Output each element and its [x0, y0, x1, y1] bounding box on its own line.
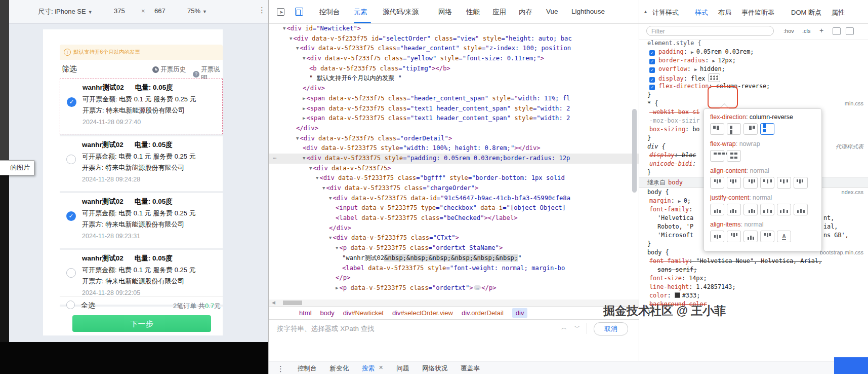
color-swatch[interactable]	[675, 292, 680, 298]
align-items-option-stretch-icon[interactable]	[760, 231, 774, 242]
computed-panel-icon[interactable]	[846, 27, 854, 35]
tab-源代码/来源[interactable]: 源代码/来源	[383, 8, 419, 17]
collapse-arrow-icon[interactable]: ▲	[643, 9, 648, 14]
dom-tree-node[interactable]: ▼<div data-v-5f233f75 class="yellow" sty…	[269, 54, 639, 64]
css-property-line[interactable]: font-family: "Helvetica Neue", Helvetica…	[639, 257, 868, 266]
dom-tree-node[interactable]: </div>	[269, 124, 639, 134]
dom-tree-node[interactable]: ▶<p data-v-5f233f75 class="ordertxt">…</…	[269, 283, 639, 293]
drawer-tab-新变化[interactable]: 新变化	[330, 364, 349, 373]
dom-tree-node[interactable]: ▼<div data-v-5f233f75 class="CTxt">	[269, 233, 639, 243]
flexbox-editor-icon[interactable]	[708, 73, 720, 82]
dom-tree-node[interactable]: ▶<span data-v-5f233f75 class="header_con…	[269, 94, 639, 104]
breadcrumb-item[interactable]: div.orderDetail	[462, 309, 504, 317]
flex-direction-option-column-icon[interactable]	[727, 123, 741, 135]
breadcrumb-item[interactable]: div	[512, 308, 528, 318]
css-property-line[interactable]: ✓border-radius: ▶ 12px;	[639, 56, 868, 65]
checked-circle-icon[interactable]: ✓	[67, 97, 76, 107]
align-content-option-space-between-icon[interactable]	[760, 177, 774, 189]
kebab-menu-icon[interactable]: ⋮	[258, 6, 266, 15]
justify-content-option-flex-end-icon[interactable]	[743, 204, 758, 215]
unchecked-circle-icon[interactable]	[66, 268, 76, 278]
align-content-option-center-icon[interactable]	[710, 177, 724, 189]
dom-tree-node[interactable]: ⋯▼<div data-v-5f233f75 style="padding: 0…	[269, 154, 639, 164]
css-property-line[interactable]: line-height: 1.42857143;	[639, 283, 868, 291]
rule-selector[interactable]: element.style {	[639, 39, 868, 48]
checked-circle-icon[interactable]: ✓	[66, 211, 76, 221]
scrollbar-thumb[interactable]	[283, 301, 302, 305]
dom-tree-node[interactable]: ▼<div data-v-5f233f75>	[269, 164, 639, 174]
breadcrumb-item[interactable]: div#selectOrder.view	[392, 309, 453, 317]
align-items-option-center-icon[interactable]	[710, 231, 724, 242]
drawer-menu-icon[interactable]: ⋮	[277, 364, 284, 373]
dom-tree-node[interactable]: "wanhr测试02&nbsp;&nbsp;&nbsp;&nbsp;&nbsp;…	[269, 253, 639, 264]
justify-content-option-flex-start-icon[interactable]	[727, 204, 741, 215]
scroll-left-arrow-icon[interactable]: ◀	[272, 300, 275, 305]
dom-tree-node[interactable]: " 默认支持开6个月以内的发票 "	[269, 73, 639, 84]
align-content-option-flex-start-icon[interactable]	[727, 177, 741, 189]
dom-tree-node[interactable]: ▼<div data-v-5f233f75 class="chargeOrder…	[269, 183, 639, 194]
css-property-line[interactable]: ✓display: flex	[639, 73, 868, 82]
device-toolbar-toggle-icon[interactable]	[295, 8, 303, 16]
align-content-option-flex-end-icon[interactable]	[743, 177, 758, 189]
css-property-line[interactable]: ✓padding: ▶ 0.05rem 0.03rem;	[639, 48, 868, 56]
left-scrollbar-thumb[interactable]	[0, 0, 9, 175]
dom-tree-node[interactable]: ▼<div data-v-5f233f75 class="bgfff" styl…	[269, 173, 639, 183]
dom-tree-node[interactable]: <b data-v-5f233f75 class="tipImg"></b>	[269, 64, 639, 74]
sidebar-tab-DOM 断点[interactable]: DOM 断点	[791, 8, 821, 17]
search-next-icon[interactable]: ﹀	[574, 324, 580, 331]
class-toggle[interactable]: .cls	[802, 28, 811, 34]
inspect-element-icon[interactable]	[277, 8, 284, 16]
dom-tree-node[interactable]: <label data-v-5f233f75 class="beChecked"…	[269, 213, 639, 223]
tab-控制台[interactable]: 控制台	[319, 8, 340, 17]
dom-tree-node[interactable]: ▶<span data-v-5f233f75 class="text1 head…	[269, 104, 639, 114]
align-items-option-baseline-icon[interactable]: A	[777, 231, 791, 242]
elements-vertical-scrollbar[interactable]	[632, 109, 637, 193]
justify-content-option-space-around-icon[interactable]	[777, 204, 791, 215]
device-size-select[interactable]: 尺寸: iPhone SE▼	[38, 7, 93, 16]
stylesheet-link[interactable]: bootstrap.min.css	[820, 248, 863, 257]
dom-tree-node[interactable]: ▼<div data-v-5f233f75 id="selectOrder" c…	[269, 34, 639, 44]
dom-tree-node[interactable]: ▼<div data-v-5f233f75 class="header_cont…	[269, 44, 639, 54]
dom-tree-node[interactable]: <label data-v-5f233f75 style="font-weigh…	[269, 264, 639, 274]
order-list-item[interactable]: ✓wanhr测试02电量: 0.05度可开票金额: 电费 0.1 元 服务费 0…	[60, 193, 223, 248]
drawer-tab-网络状况[interactable]: 网络状况	[422, 364, 447, 373]
tab-Lighthouse[interactable]: Lighthouse	[571, 8, 605, 15]
search-prev-icon[interactable]: ︿	[561, 324, 567, 331]
tab-网络[interactable]: 网络	[438, 8, 452, 17]
property-checkbox[interactable]: ✓	[649, 67, 655, 73]
device-height-field[interactable]: 667	[154, 7, 166, 15]
grid-badge-icon[interactable]	[833, 27, 841, 35]
breadcrumb-item[interactable]: body	[320, 309, 335, 317]
tab-Vue[interactable]: Vue	[546, 8, 558, 15]
search-input[interactable]: 按字符串、选择器或 XPath 查找	[277, 324, 375, 333]
property-checkbox[interactable]: ✓	[649, 50, 655, 56]
property-checkbox[interactable]: ✓	[649, 59, 655, 64]
dom-tree-node[interactable]: ▼<p data-v-5f233f75 class="ordertxt StaN…	[269, 243, 639, 253]
hover-state-toggle[interactable]: :hov	[783, 28, 794, 34]
sidebar-tab-属性[interactable]: 属性	[832, 8, 845, 17]
order-list-item[interactable]: wanhr测试02电量: 0.05度可开票金额: 电费 0.1 元 服务费 0.…	[60, 136, 223, 191]
drawer-tab-覆盖率[interactable]: 覆盖率	[461, 364, 480, 373]
justify-content-option-center-icon[interactable]	[710, 204, 724, 215]
search-cancel-button[interactable]: 取消	[594, 322, 628, 335]
styles-filter-input[interactable]: Filter	[646, 26, 774, 36]
device-zoom-select[interactable]: 75%▼	[187, 7, 207, 15]
property-checkbox[interactable]: ✓	[649, 85, 655, 90]
drawer-tab-控制台[interactable]: 控制台	[298, 364, 317, 373]
align-items-option-flex-end-icon[interactable]	[743, 231, 758, 242]
flex-wrap-option-nowrap-icon[interactable]	[710, 150, 724, 162]
stylesheet-link[interactable]: 代理样式表	[836, 142, 863, 151]
tab-内存[interactable]: 内存	[519, 8, 532, 17]
breadcrumb-item[interactable]: div#Newticket	[343, 309, 384, 317]
sidebar-tab-样式[interactable]: 样式	[695, 8, 708, 17]
flex-wrap-option-wrap-icon[interactable]	[727, 150, 741, 162]
sidebar-tab-计算样式[interactable]: 计算样式	[652, 8, 679, 17]
dom-tree-node[interactable]: </p>	[269, 273, 639, 283]
css-property-line[interactable]: sans-serif;	[639, 266, 868, 274]
stylesheet-link[interactable]: min.css	[845, 99, 863, 108]
dom-tree-node[interactable]: </div>	[269, 84, 639, 94]
align-items-option-flex-start-icon[interactable]	[727, 231, 741, 242]
rule-selector[interactable]: * {min.css	[639, 99, 868, 108]
sidebar-tab-布局[interactable]: 布局	[718, 8, 731, 17]
css-property-line[interactable]: ✓overflow: ▶ hidden;	[639, 65, 868, 73]
